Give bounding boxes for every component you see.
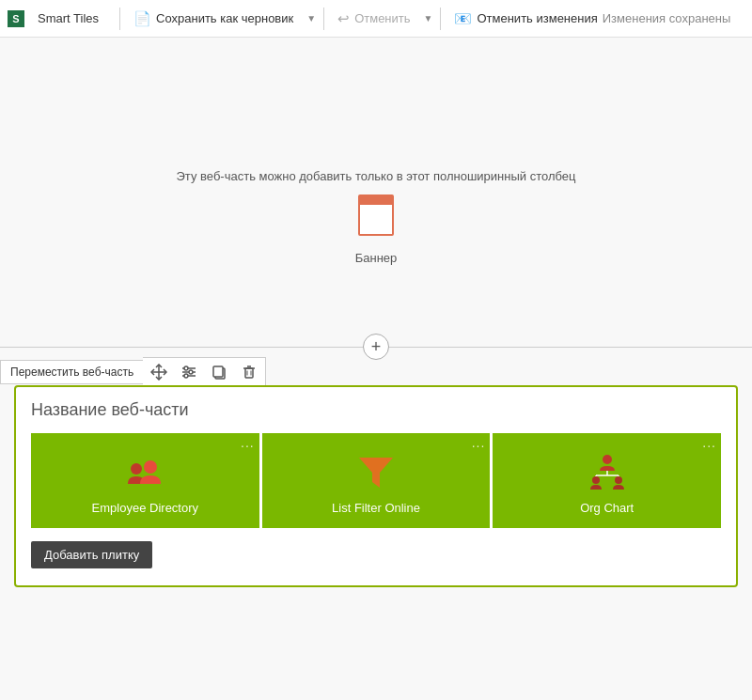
tile-employee-directory-more[interactable]: ···	[241, 438, 255, 453]
svg-rect-10	[245, 368, 253, 378]
employee-directory-icon	[122, 450, 167, 495]
add-section-button[interactable]: +	[363, 334, 389, 360]
tile-list-filter-label: List Filter Online	[332, 501, 420, 515]
org-chart-icon	[585, 450, 630, 495]
saved-status: Изменения сохранены	[603, 11, 731, 25]
brand-label[interactable]: Smart Tiles	[30, 8, 106, 29]
move-icon[interactable]	[149, 362, 169, 382]
svg-point-6	[189, 370, 193, 374]
svg-point-19	[592, 476, 600, 484]
brand: S Smart Tiles	[8, 8, 106, 29]
cancel-icon: 📧	[454, 10, 472, 27]
tile-list-filter[interactable]: ··· List Filter Online	[259, 433, 491, 528]
undo-dropdown-icon[interactable]: ▼	[422, 9, 435, 27]
save-icon: 📄	[133, 10, 151, 27]
undo-icon: ↩	[337, 10, 350, 27]
tile-employee-directory[interactable]: ··· Employee Directory	[31, 433, 259, 528]
svg-point-5	[184, 366, 188, 370]
svg-point-7	[184, 374, 188, 378]
save-draft-dropdown-icon[interactable]: ▼	[305, 9, 318, 27]
webpart-container: Название веб-части ··· Employee Di	[14, 385, 738, 587]
tile-list-filter-more[interactable]: ···	[472, 438, 486, 453]
copy-icon[interactable]	[209, 362, 229, 382]
tile-employee-directory-label: Employee Directory	[92, 501, 198, 515]
svg-rect-9	[213, 366, 223, 377]
cancel-changes-area: 📧 Отменить изменения Изменения сохранены	[446, 7, 738, 31]
list-filter-icon	[353, 450, 399, 495]
svg-point-15	[131, 463, 142, 474]
move-webpart-button[interactable]: Переместить веб-часть	[0, 360, 144, 384]
divider-3	[440, 8, 441, 30]
svg-point-16	[144, 460, 157, 474]
svg-point-20	[615, 476, 622, 484]
tile-org-chart[interactable]: ···	[490, 433, 721, 528]
webpart-title[interactable]: Название веб-части	[31, 400, 721, 420]
banner-icon-bar	[360, 196, 392, 205]
divider-1	[119, 8, 120, 30]
fullwidth-notice: Эту веб-часть можно добавить только в эт…	[177, 169, 576, 265]
brand-icon: S	[8, 10, 24, 27]
banner-icon	[358, 194, 394, 236]
webpart-toolbar: Переместить веб-часть	[0, 357, 266, 387]
tile-org-chart-label: Org Chart	[580, 501, 634, 515]
add-tile-button[interactable]: Добавить плитку	[31, 541, 152, 568]
svg-point-18	[603, 455, 612, 464]
fullwidth-notice-text: Эту веб-часть можно добавить только в эт…	[177, 169, 576, 183]
svg-marker-17	[359, 458, 393, 488]
toolbar: S Smart Tiles 📄 Сохранить как черновик ▼…	[0, 0, 752, 38]
tile-org-chart-more[interactable]: ···	[702, 438, 716, 453]
settings-icon[interactable]	[179, 362, 199, 382]
webpart-action-icons	[143, 357, 266, 387]
divider-2	[323, 8, 324, 30]
undo-button[interactable]: ↩ Отменить	[330, 7, 417, 31]
delete-icon[interactable]	[239, 362, 259, 382]
tiles-row: ··· Employee Directory ···	[31, 433, 721, 528]
save-draft-button[interactable]: 📄 Сохранить как черновик	[126, 7, 301, 31]
banner-label: Баннер	[355, 251, 398, 265]
main-area: Эту веб-часть можно добавить только в эт…	[0, 38, 752, 700]
